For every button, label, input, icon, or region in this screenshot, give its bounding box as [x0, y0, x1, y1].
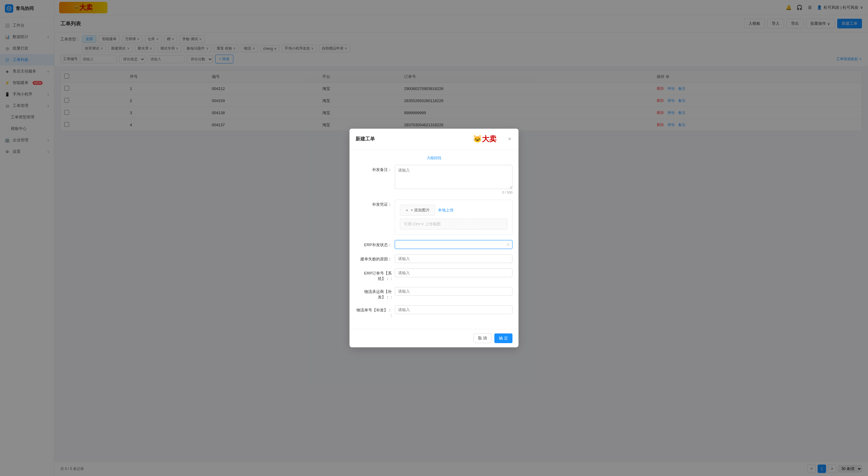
add-image-button[interactable]: ＋ + 添加图片: [400, 205, 435, 216]
logistics-carrier-field: 物流承运商【补发】： :: [355, 287, 513, 300]
modal-close-button[interactable]: ×: [507, 135, 513, 143]
upload-area: ＋ + 添加图片 本地上传 可用 Ctrl+V 上传截图: [395, 200, 513, 235]
fail-reason-input[interactable]: [395, 254, 513, 263]
erp-order-no-input[interactable]: [395, 268, 513, 277]
char-count: 0 / 500: [395, 190, 513, 194]
reissue-note-textarea[interactable]: [395, 165, 513, 189]
scroll-up-hint[interactable]: 力能回找: [355, 155, 513, 161]
modal-title: 新建工单: [355, 136, 375, 142]
paste-area[interactable]: 可用 Ctrl+V 上传截图: [400, 219, 507, 230]
reissue-note-label: 补发备注：: [355, 165, 395, 173]
new-ticket-modal: 新建工单 🐱大卖 × 力能回找 补发备注： 0 / 500: [349, 129, 519, 347]
erp-status-field: ERP补发状态： ✕: [355, 240, 513, 249]
reissue-note-field: 补发备注： 0 / 500: [355, 165, 513, 194]
logistics-no-field: 物流单号【补发】： :: [355, 305, 513, 318]
reissue-voucher-field: 补发凭证： ＋ + 添加图片 本地上传 可用 Ctrl+V 上传截图: [355, 200, 513, 235]
logistics-carrier-input[interactable]: [395, 287, 513, 296]
fail-reason-label: 建单失败的原因：: [355, 254, 395, 262]
erp-status-label: ERP补发状态：: [355, 240, 395, 248]
logistics-no-input[interactable]: [395, 305, 513, 314]
reissue-voucher-label: 补发凭证：: [355, 200, 395, 207]
local-upload-link[interactable]: 本地上传: [438, 208, 454, 213]
modal-header: 新建工单 🐱大卖 ×: [349, 129, 519, 149]
erp-status-input[interactable]: [395, 240, 513, 249]
modal-footer: 取 消 确 定: [349, 329, 519, 347]
cancel-button[interactable]: 取 消: [473, 333, 492, 343]
fail-reason-field: 建单失败的原因：: [355, 254, 513, 263]
erp-order-no-label: ERP订单号【系统】： :: [355, 268, 395, 281]
erp-order-no-field: ERP订单号【系统】： :: [355, 268, 513, 281]
modal-overlay[interactable]: 新建工单 🐱大卖 × 力能回找 补发备注： 0 / 500: [0, 0, 868, 476]
confirm-button[interactable]: 确 定: [494, 333, 513, 343]
modal-body: 力能回找 补发备注： 0 / 500 补发凭证：: [349, 149, 519, 329]
logistics-no-label: 物流单号【补发】： :: [355, 305, 395, 318]
logistics-carrier-label: 物流承运商【补发】： :: [355, 287, 395, 300]
erp-clear-icon[interactable]: ✕: [506, 242, 510, 247]
modal-banner: 🐱大卖: [473, 133, 503, 144]
plus-icon: ＋: [405, 208, 409, 213]
